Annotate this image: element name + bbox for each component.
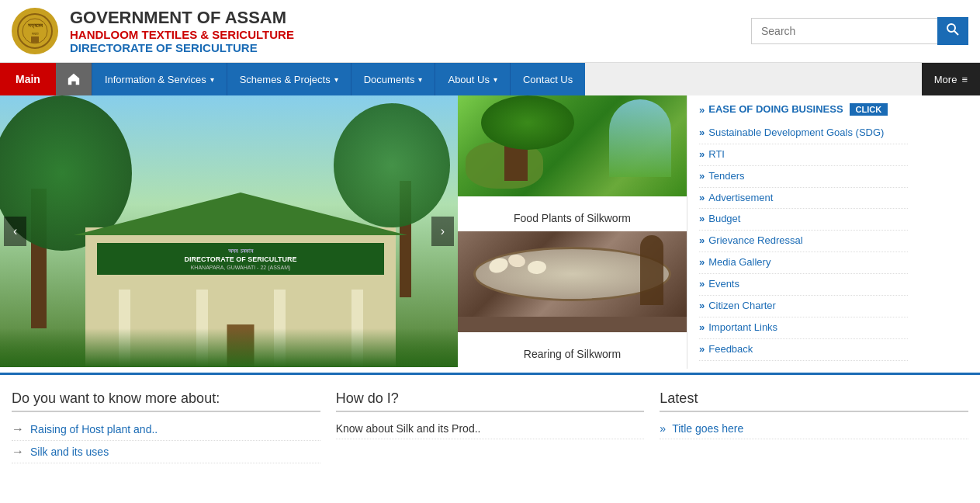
nav-home[interactable] [56, 63, 92, 95]
bottom-section: Do you want to know more about: → Raisin… [0, 373, 980, 479]
nav-main[interactable]: Main [0, 63, 56, 95]
arrow-icon-0: → [12, 422, 24, 436]
gallery-item-1[interactable]: Rearing of Silkworm [458, 231, 687, 367]
gallery-item-0[interactable]: Food Plants of Silkworm [458, 95, 687, 231]
department-name: HANDLOOM TEXTILES & SERICULTURE [70, 28, 751, 41]
sidebar: » EASE OF DOING BUSINESS CLICK » Sustain… [687, 95, 919, 369]
navbar: Main Information & Services ▾ Schemes & … [0, 63, 980, 95]
sidebar-budget-link[interactable]: » Budget [699, 209, 908, 231]
latest-col: Latest » Title goes here [660, 390, 968, 463]
sidebar-sdg-link[interactable]: » Sustainable Development Goals (SDG) [699, 123, 908, 144]
latest-bullet-icon: » [660, 422, 666, 435]
how-do-i-col: How do I? Know about Silk and its Prod.. [336, 390, 645, 463]
how-do-i-title: How do I? [336, 390, 645, 412]
ground-cover [0, 328, 458, 367]
know-more-link-0[interactable]: → Raising of Host plant and.. [12, 418, 320, 441]
main-content: অসম চৰকাৰ DIRECTORATE OF SERICULTURE KHA… [0, 95, 980, 369]
search-button[interactable] [937, 17, 968, 45]
svg-rect-4 [31, 36, 39, 43]
logo-emblem: সত্যমেব জয়তে [16, 12, 54, 50]
gallery-image-0 [458, 95, 687, 196]
slide-prev-button[interactable]: ‹ [4, 217, 26, 246]
nav-item-information[interactable]: Information & Services ▾ [92, 63, 227, 95]
svg-text:সত্যমেব: সত্যমেব [28, 23, 43, 29]
gallery-image-1 [458, 231, 687, 332]
latest-title: Latest [660, 390, 968, 412]
latest-item-0: » Title goes here [660, 418, 968, 439]
sidebar-important-links[interactable]: » Important Links [699, 317, 908, 339]
sidebar-feedback-link[interactable]: » Feedback [699, 339, 908, 361]
slideshow: অসম চৰকাৰ DIRECTORATE OF SERICULTURE KHA… [0, 95, 458, 367]
nav-item-documents[interactable]: Documents ▾ [351, 63, 435, 95]
gallery-area: Food Plants of Silkworm Rearing [458, 95, 687, 369]
svg-text:জয়তে: জয়তে [32, 31, 39, 36]
sidebar-advertisement-link[interactable]: » Advertisement [699, 188, 908, 210]
know-more-link-1[interactable]: → Silk and its uses [12, 441, 320, 463]
svg-line-6 [954, 31, 958, 35]
sidebar-tenders-link[interactable]: » Tenders [699, 166, 908, 188]
search-icon [947, 23, 959, 36]
chevron-down-icon: ▾ [493, 75, 497, 84]
home-icon [67, 72, 81, 86]
header-text: GOVERNMENT OF ASSAM HANDLOOM TEXTILES & … [70, 8, 751, 54]
government-name: GOVERNMENT OF ASSAM [70, 8, 751, 28]
government-logo: সত্যমেব জয়তে [12, 8, 58, 54]
building-scene: অসম চৰকাৰ DIRECTORATE OF SERICULTURE KHA… [0, 95, 458, 367]
arrow-icon-1: → [12, 445, 24, 459]
chevron-down-icon: ▾ [210, 75, 214, 84]
directorate-name: DIRECTORATE OF SERICULTURE [70, 41, 751, 54]
ease-click-button[interactable]: CLICK [850, 103, 888, 116]
slide-next-button[interactable]: › [431, 217, 454, 246]
sidebar-grievance-link[interactable]: » Grievance Redressal [699, 231, 908, 252]
ease-doing-business-link[interactable]: EASE OF DOING BUSINESS [708, 103, 843, 116]
know-more-title: Do you want to know more about: [12, 390, 320, 412]
nav-more[interactable]: More ≡ [922, 63, 980, 95]
search-input[interactable] [751, 18, 937, 44]
header: সত্যমেব জয়তে GOVERNMENT OF ASSAM HANDLO… [0, 0, 980, 63]
latest-item-text-0[interactable]: Title goes here [672, 422, 743, 435]
gallery-caption-0: Food Plants of Silkworm [458, 206, 687, 231]
nav-item-contact[interactable]: Contact Us [510, 63, 585, 95]
slide-image: অসম চৰকাৰ DIRECTORATE OF SERICULTURE KHA… [0, 95, 458, 367]
sidebar-media-link[interactable]: » Media Gallery [699, 252, 908, 274]
chevron-down-icon: ▾ [334, 75, 338, 84]
search-area [751, 17, 968, 45]
menu-icon: ≡ [961, 74, 968, 85]
how-do-i-text[interactable]: Know about Silk and its Prod.. [336, 418, 645, 439]
sidebar-citizen-link[interactable]: » Citizen Charter [699, 296, 908, 317]
building-sign: অসম চৰকাৰ DIRECTORATE OF SERICULTURE KHA… [97, 243, 384, 275]
nav-item-schemes[interactable]: Schemes & Projects ▾ [227, 63, 351, 95]
gallery-caption-1: Rearing of Silkworm [458, 342, 687, 366]
sidebar-ease-row: » EASE OF DOING BUSINESS CLICK [699, 103, 908, 116]
nav-item-about[interactable]: About Us ▾ [435, 63, 509, 95]
sidebar-events-link[interactable]: » Events [699, 274, 908, 296]
chevron-down-icon: ▾ [418, 75, 422, 84]
know-more-col: Do you want to know more about: → Raisin… [12, 390, 320, 463]
svg-point-5 [947, 24, 955, 32]
sidebar-rti-link[interactable]: » RTI [699, 144, 908, 166]
